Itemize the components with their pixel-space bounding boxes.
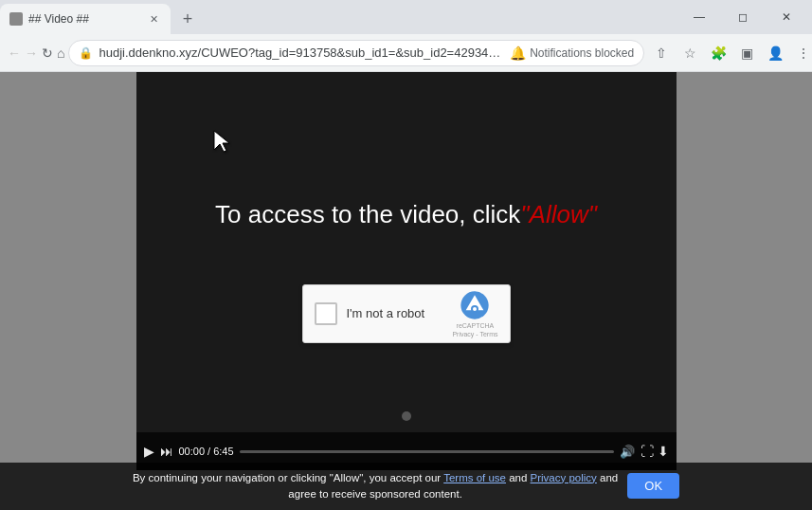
window-controls: — ◻ ✕	[677, 0, 812, 34]
home-button[interactable]: ⌂	[57, 40, 64, 66]
recaptcha-logo-area: reCAPTCHA Privacy - Terms	[452, 290, 497, 337]
download-button[interactable]: ⬇	[658, 444, 669, 459]
page-content: To access to the video, click "Allow" I'…	[0, 72, 812, 510]
tab-title: ## Video ##	[28, 12, 140, 26]
minimize-button[interactable]: —	[677, 0, 721, 34]
consent-text-before: By continuing your navigation or clickin…	[133, 472, 443, 483]
url-bar[interactable]: 🔒 hudji.ddenkno.xyz/CUWEO?tag_id=913758&…	[68, 40, 644, 66]
svg-marker-0	[214, 131, 229, 152]
terms-link[interactable]: Terms of use	[443, 472, 506, 483]
extensions-button[interactable]: 🧩	[705, 40, 731, 66]
share-button[interactable]: ⇧	[648, 40, 675, 66]
consent-text-middle: and	[506, 472, 531, 483]
menu-button[interactable]: ⋮	[790, 40, 812, 66]
notifications-blocked[interactable]: 🔔 Notifications blocked	[510, 46, 634, 61]
bell-icon: 🔔	[510, 46, 526, 61]
profile-button[interactable]: 👤	[762, 40, 788, 66]
recaptcha-label: I'm not a robot	[347, 306, 443, 320]
volume-button[interactable]: 🔊	[620, 445, 635, 459]
recaptcha-logo-icon	[460, 290, 490, 320]
tab-bar: ## Video ## ✕ + — ◻ ✕	[0, 0, 812, 34]
maximize-button[interactable]: ◻	[721, 0, 765, 34]
new-tab-button[interactable]: +	[174, 6, 201, 32]
ok-button[interactable]: OK	[627, 473, 679, 499]
video-progress-dot	[402, 411, 411, 421]
forward-button[interactable]: →	[25, 40, 38, 66]
browser-frame: ## Video ## ✕ + — ◻ ✕ ← → ↻ ⌂ 🔒 hudji.dd…	[0, 0, 812, 510]
recaptcha-widget[interactable]: I'm not a robot reCAPTCHA Privacy - Term…	[302, 284, 511, 343]
consent-bar: By continuing your navigation or clickin…	[0, 463, 812, 511]
progress-bar[interactable]	[240, 450, 614, 453]
play-button[interactable]: ▶	[144, 444, 154, 459]
back-button[interactable]: ←	[8, 40, 21, 66]
svg-point-3	[473, 307, 477, 311]
fullscreen-button[interactable]: ⛶	[641, 444, 654, 459]
allow-text: "Allow"	[520, 200, 597, 229]
address-bar: ← → ↻ ⌂ 🔒 hudji.ddenkno.xyz/CUWEO?tag_id…	[0, 34, 812, 72]
right-controls: ⛶ ⬇	[641, 444, 669, 459]
consent-text-line1: By continuing your navigation or clickin…	[133, 470, 618, 486]
video-container: To access to the video, click "Allow" I'…	[136, 72, 677, 470]
lock-icon: 🔒	[79, 46, 93, 60]
bookmark-button[interactable]: ☆	[677, 40, 703, 66]
sidebar-button[interactable]: ▣	[733, 40, 760, 66]
url-text: hudji.ddenkno.xyz/CUWEO?tag_id=913758&su…	[99, 46, 504, 60]
time-display: 00:00 / 6:45	[179, 446, 234, 457]
skip-button[interactable]: ⏭	[160, 444, 173, 459]
consent-text-line2: agree to receive sponsored content.	[133, 486, 618, 502]
active-tab[interactable]: ## Video ## ✕	[0, 4, 171, 34]
consent-text-after: and	[597, 472, 618, 483]
close-button[interactable]: ✕	[765, 0, 808, 34]
notifications-blocked-label: Notifications blocked	[530, 46, 634, 60]
toolbar-icons: ⇧ ☆ 🧩 ▣ 👤 ⋮	[648, 40, 812, 66]
video-headline: To access to the video, click	[215, 200, 520, 229]
tab-close-button[interactable]: ✕	[146, 11, 161, 27]
recaptcha-privacy-text: Privacy - Terms	[452, 331, 497, 337]
privacy-link[interactable]: Privacy policy	[531, 472, 597, 483]
recaptcha-brand-text: reCAPTCHA	[457, 322, 495, 329]
refresh-button[interactable]: ↻	[42, 40, 53, 66]
consent-row: By continuing your navigation or clickin…	[133, 470, 679, 503]
recaptcha-checkbox[interactable]	[315, 302, 337, 325]
tab-favicon	[9, 12, 23, 26]
